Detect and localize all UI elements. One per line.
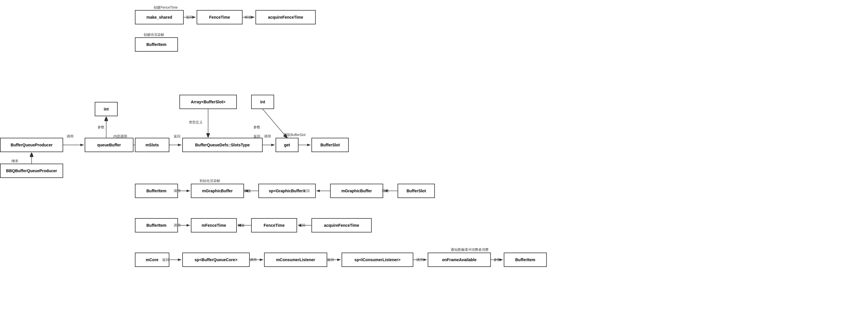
onFrameAvailable-box: onFrameAvailable [428,253,491,267]
diagram-label-10: 返回 [253,134,260,139]
diagram-label-20: 赋值 [238,223,245,228]
acquireFenceTime_top-box: acquireFenceTime [255,10,316,24]
BufferQueueProducer-box: BufferQueueProducer [0,138,63,152]
BufferSlot_mid-box: BufferSlot [398,184,435,198]
sp_BufferQueueCore-box: sp<BufferQueueCore> [182,253,250,267]
diagram-label-26: 通知图像缓冲消费者消费 [451,247,489,252]
diagram-label-8: 类型定义 [189,120,203,125]
mFenceTime-box: mFenceTime [191,218,237,232]
diagram-label-22: 返回 [162,257,169,262]
diagram-label-9: 参数 [253,125,260,130]
BufferSlot_right-box: BufferSlot [311,138,349,152]
diagram-label-16: 赋值 [244,189,251,193]
diagram-label-19: 调用 [174,223,181,228]
diagram-label-5: 内部调用 [113,134,127,139]
mSlots-box: mSlots [135,138,169,152]
diagram-label-7: 继承 [11,159,19,164]
FenceTime_top-box: FenceTime [197,10,243,24]
BBQBufferQueueProducer-box: BBQBufferQueueProducer [0,164,63,178]
diagram-label-17: 返回 [303,189,310,193]
diagram-label-14: 初始化渲染帧 [199,179,220,183]
diagram-label-25: 调用 [416,257,423,262]
diagram-label-21: 返回 [299,223,305,228]
int_right-box: int [251,95,274,109]
arrows-svg [0,0,868,316]
diagram-label-24: 返回 [327,257,334,262]
get-box: get [276,138,299,152]
mGraphicBuffer_left-box: mGraphicBuffer [191,184,244,198]
Array_BufferSlot-box: Array<BufferSlot> [179,95,237,109]
make_shared-box: make_shared [135,10,184,24]
diagram: BufferQueueProducerBBQBufferQueueProduce… [0,0,868,316]
BufferItem_bot-box: BufferItem [504,253,547,267]
BufferQueueDefs-box: BufferQueueDefs::SlotsType [182,138,262,152]
BufferItem_top-box: BufferItem [135,37,178,52]
mGraphicBuffer_right-box: mGraphicBuffer [330,184,383,198]
diagram-label-13: 返回 [174,134,181,139]
diagram-label-11: 获取BufferSlot [284,133,305,137]
BufferItem_mid2-box: BufferItem [135,218,178,232]
diagram-label-1: 返回 [186,15,193,20]
diagram-label-15: 调用 [174,189,181,193]
diagram-label-4: 参数 [98,125,104,130]
queueBuffer-box: queueBuffer [85,138,133,152]
diagram-label-2: 赋值 [245,15,251,20]
FenceTime_bot-box: FenceTime [251,218,297,232]
diagram-label-6: 调用 [67,134,73,139]
int_param-box: int [95,102,118,116]
diagram-label-27: 参数 [494,257,501,262]
acquireFenceTime_bot-box: acquireFenceTime [311,218,372,232]
diagram-label-18: 调用 [382,189,389,193]
diagram-label-12: 调用 [264,134,271,139]
mConsumerListener-box: mConsumerListener [264,253,327,267]
diagram-label-3: 创建待渲染帧 [144,32,164,37]
diagram-label-0: 创建FenceTime [154,5,178,10]
diagram-label-23: 调用 [250,257,257,262]
BufferItem_mid1-box: BufferItem [135,184,178,198]
sp_IConsumerListener-box: sp<IConsumerListener> [342,253,413,267]
